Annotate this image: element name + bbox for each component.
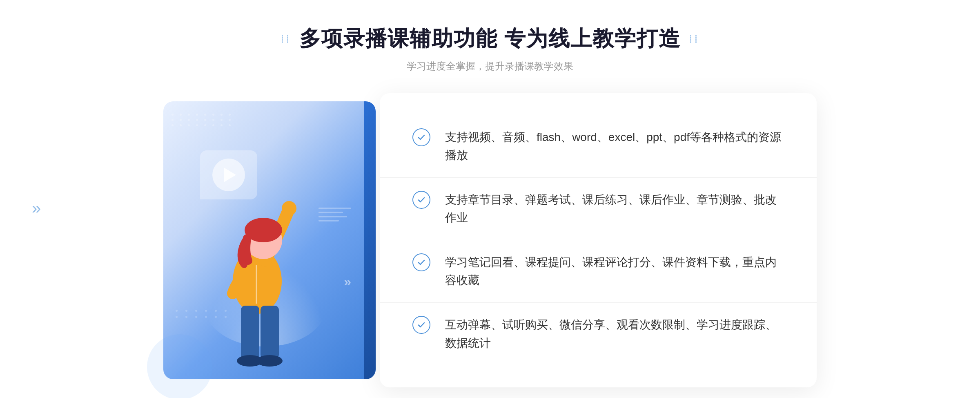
feature-item-3: 学习笔记回看、课程提问、课程评论打分、课件资料下载，重点内容收藏 (412, 245, 784, 298)
header-section: ⁞⁞ 多项录播课辅助功能 专为线上教学打造 ⁞⁞ 学习进度全掌握，提升录播课教学… (281, 25, 699, 73)
svg-rect-5 (261, 306, 279, 359)
title-dots-right: ⁞⁞ (689, 32, 699, 46)
page-main-title: 多项录播课辅助功能 专为线上教学打造 (299, 25, 681, 53)
check-icon-3 (412, 253, 430, 271)
feature-item-2: 支持章节目录、弹题考试、课后练习、课后作业、章节测验、批改作业 (412, 183, 784, 236)
deco-circle-bottom (147, 334, 212, 398)
svg-point-1 (282, 201, 296, 216)
feature-text-4: 互动弹幕、试听购买、微信分享、观看次数限制、学习进度跟踪、数据统计 (445, 316, 784, 353)
title-row: ⁞⁞ 多项录播课辅助功能 专为线上教学打造 ⁞⁞ (281, 25, 699, 53)
svg-point-7 (256, 355, 283, 367)
page-container: » ⁞⁞ 多项录播课辅助功能 专为线上教学打造 ⁞⁞ 学习进度全掌握，提升录播课… (0, 0, 980, 398)
feature-text-1: 支持视频、音频、flash、word、excel、ppt、pdf等各种格式的资源… (445, 128, 784, 165)
illustration-area: » (163, 93, 392, 387)
illustration-card: » (163, 101, 376, 379)
features-panel: 支持视频、音频、flash、word、excel、ppt、pdf等各种格式的资源… (380, 93, 817, 387)
feature-item-1: 支持视频、音频、flash、word、excel、ppt、pdf等各种格式的资源… (412, 120, 784, 173)
arrow-left-decoration: » (32, 199, 41, 217)
blue-bar (364, 101, 376, 379)
divider-3 (380, 302, 817, 303)
main-content: » 支持视频、音频、flash、word、excel、ppt、pdf等各种格式的… (163, 93, 817, 387)
title-dots-left: ⁞⁞ (281, 32, 291, 46)
feature-text-3: 学习笔记回看、课程提问、课程评论打分、课件资料下载，重点内容收藏 (445, 253, 784, 290)
divider-2 (380, 240, 817, 240)
person-illustration (188, 142, 327, 371)
page-sub-title: 学习进度全掌握，提升录播课教学效果 (407, 60, 573, 73)
feature-text-2: 支持章节目录、弹题考试、课后练习、课后作业、章节测验、批改作业 (445, 191, 784, 228)
divider-1 (380, 177, 817, 178)
feature-item-4: 互动弹幕、试听购买、微信分享、观看次数限制、学习进度跟踪、数据统计 (412, 308, 784, 361)
check-icon-4 (412, 316, 430, 334)
svg-rect-4 (241, 306, 259, 359)
check-icon-1 (412, 128, 430, 146)
arrow-right-card: » (344, 274, 351, 289)
check-icon-2 (412, 191, 430, 209)
